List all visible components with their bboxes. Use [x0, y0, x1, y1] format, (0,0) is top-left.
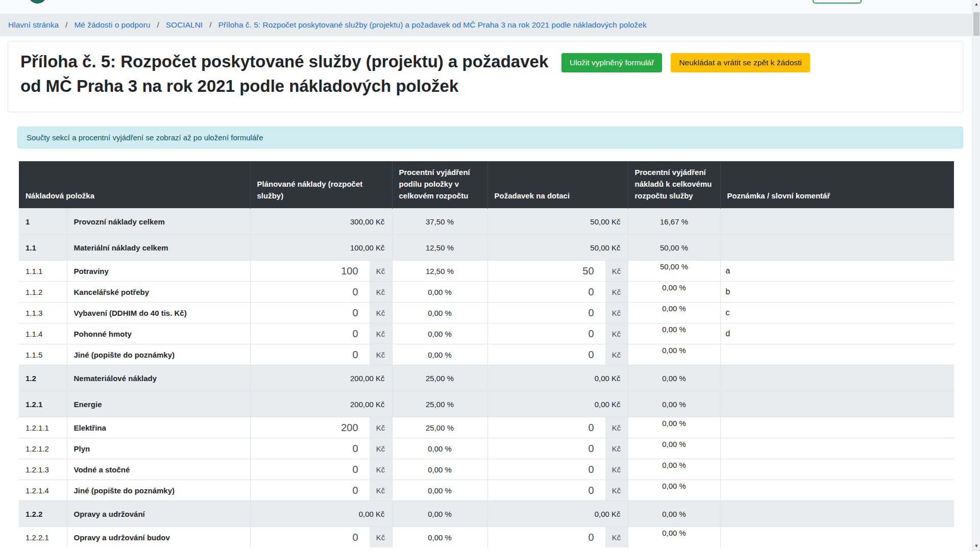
col-header-pct-total: Procentní vyjádření nákladů k celkovému … [628, 161, 720, 209]
row-id: 1.1.4 [19, 323, 67, 344]
col-header-item: Nákladová položka [19, 161, 250, 209]
info-alert: Součty sekcí a procentní vyjádření se zo… [17, 127, 963, 148]
topbar [0, 0, 980, 14]
planned-costs-input[interactable] [251, 261, 370, 281]
row-id: 1.2.1.3 [19, 459, 67, 480]
note-input[interactable] [721, 528, 954, 547]
request-input[interactable] [488, 527, 605, 547]
table-row: 1.2.2.1Opravy a udržování budovKč0,00 %K… [19, 527, 954, 548]
breadcrumb-link-requests[interactable]: Mé žádosti o podporu [74, 20, 150, 30]
planned-costs-input[interactable] [251, 480, 370, 500]
row-id: 1 [19, 209, 67, 235]
note-input[interactable] [721, 418, 954, 437]
request-input[interactable] [488, 282, 605, 302]
pct-share-value: 0,00 % [392, 480, 487, 501]
vertical-scrollbar[interactable]: ▲ ▼ [972, 0, 980, 551]
currency-suffix: Kč [605, 323, 628, 344]
form-actions: Uložit vyplněný formulář Neukládat a vrá… [561, 53, 810, 72]
planned-costs-input[interactable] [251, 527, 370, 547]
pct-total-value: 0,00 % [628, 323, 720, 344]
currency-suffix: Kč [605, 261, 628, 281]
planned-costs-input[interactable] [251, 303, 370, 323]
note-input[interactable] [721, 460, 954, 479]
note-input[interactable] [721, 303, 954, 322]
note-value [720, 365, 954, 391]
row-label: Kancelářské potřeby [67, 282, 250, 303]
pct-share-value: 0,00 % [392, 282, 487, 303]
request-value: 0,00 Kč [487, 391, 628, 417]
currency-suffix: Kč [370, 480, 392, 500]
currency-suffix: Kč [370, 438, 392, 459]
pct-share-value: 0,00 % [392, 303, 487, 323]
pct-share-value: 12,50 % [392, 235, 487, 261]
table-row: 1.2Nemateriálové náklady200,00 Kč25,00 %… [19, 365, 954, 391]
breadcrumb-link-socialni[interactable]: SOCIALNI [166, 20, 203, 30]
request-input[interactable] [488, 459, 605, 480]
request-input[interactable] [488, 417, 605, 438]
pct-total-value: 0,00 % [628, 391, 720, 417]
planned-costs-input[interactable] [251, 344, 370, 365]
note-input[interactable] [721, 282, 954, 302]
table-row: 1.1.1PotravinyKč12,50 %Kč50,00 % [19, 261, 954, 282]
pct-total-value: 0,00 % [628, 527, 720, 548]
note-value [720, 501, 954, 527]
pct-total-value: 0,00 % [628, 365, 720, 391]
pct-share-value: 0,00 % [392, 527, 487, 548]
budget-table-header: Nákladová položka Plánované náklady (roz… [19, 161, 954, 209]
planned-costs-value: 200,00 Kč [250, 391, 392, 417]
row-id: 1.1.2 [19, 282, 67, 303]
pct-total-value: 0,00 % [628, 459, 720, 480]
table-row: 1.1.3Vybavení (DDHIM do 40 tis. Kč)Kč0,0… [19, 303, 954, 323]
row-id: 1.1.5 [19, 344, 67, 365]
currency-suffix: Kč [370, 303, 392, 323]
col-header-pct-share: Procentní vyjádření podílu položky v cel… [392, 161, 487, 209]
request-input[interactable] [488, 261, 605, 281]
note-input[interactable] [721, 481, 954, 500]
row-label: Provozní náklady celkem [67, 209, 250, 235]
row-id: 1.1.3 [19, 303, 67, 323]
table-row: 1.1.2Kancelářské potřebyKč0,00 %Kč0,00 % [19, 282, 954, 303]
currency-suffix: Kč [370, 282, 392, 302]
request-input[interactable] [488, 344, 605, 365]
request-value: 0,00 Kč [487, 501, 628, 527]
currency-suffix: Kč [605, 527, 628, 547]
request-input[interactable] [488, 480, 605, 500]
scrollbar-up-arrow[interactable]: ▲ [972, 0, 980, 8]
breadcrumb-link-current-page[interactable]: Příloha č. 5: Rozpočet poskytované služb… [218, 20, 646, 30]
currency-suffix: Kč [370, 527, 392, 547]
page-title: Příloha č. 5: Rozpočet poskytované služb… [20, 49, 561, 98]
request-value: 50,00 Kč [487, 235, 628, 261]
pct-total-value: 50,00 % [628, 235, 720, 261]
planned-costs-value: 300,00 Kč [250, 209, 392, 235]
table-row: 1.1.5Jiné (popište do poznámky)Kč0,00 %K… [19, 344, 954, 365]
pct-share-value: 0,00 % [392, 438, 487, 459]
planned-costs-input[interactable] [251, 459, 370, 480]
pct-share-value: 0,00 % [392, 344, 487, 365]
request-input[interactable] [488, 323, 605, 344]
planned-costs-input[interactable] [251, 438, 370, 459]
table-row: 1.2.1.3Vodné a stočnéKč0,00 %Kč0,00 % [19, 459, 954, 480]
planned-costs-input[interactable] [251, 323, 370, 344]
cancel-return-button[interactable]: Neukládat a vrátit se zpět k žádosti [671, 53, 810, 72]
planned-costs-input[interactable] [251, 417, 370, 438]
budget-table-body: 1Provozní náklady celkem300,00 Kč37,50 %… [19, 209, 954, 548]
scrollbar-down-arrow[interactable]: ▼ [972, 542, 980, 550]
note-value [720, 209, 954, 235]
note-input[interactable] [721, 261, 954, 281]
planned-costs-input[interactable] [251, 282, 370, 302]
save-form-button[interactable]: Uložit vyplněný formulář [561, 53, 662, 72]
topbar-button-partial[interactable] [813, 0, 862, 4]
row-label: Plyn [67, 438, 250, 459]
table-row: 1Provozní náklady celkem300,00 Kč37,50 %… [19, 209, 954, 235]
scrollbar-thumb[interactable] [973, 12, 979, 36]
pct-total-value: 0,00 % [628, 344, 720, 365]
app-logo-icon[interactable] [28, 0, 47, 4]
request-input[interactable] [488, 438, 605, 459]
note-input[interactable] [721, 324, 954, 343]
note-input[interactable] [721, 345, 954, 364]
breadcrumb-link-home[interactable]: Hlavní stránka [8, 20, 59, 30]
request-input[interactable] [488, 303, 605, 323]
breadcrumb: Hlavní stránka / Mé žádosti o podporu / … [0, 14, 980, 36]
note-input[interactable] [721, 439, 954, 458]
row-id: 1.2 [19, 365, 67, 391]
